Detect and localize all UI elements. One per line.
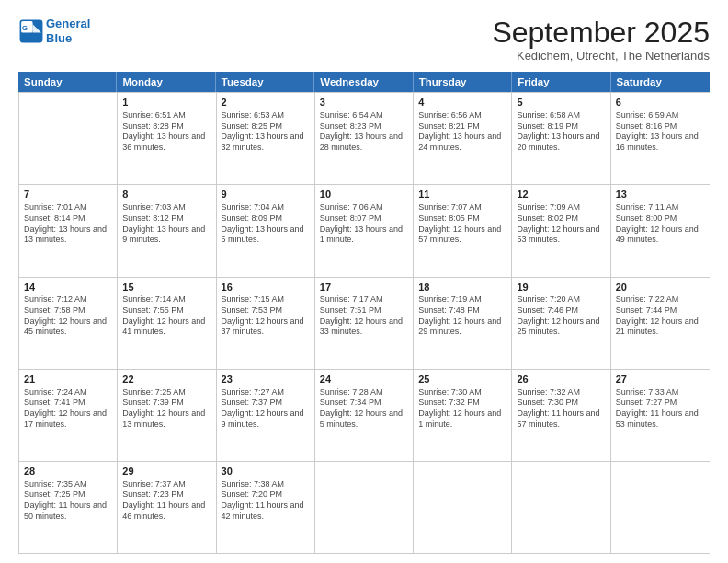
sunset-text: Sunset: 7:30 PM bbox=[517, 397, 605, 408]
cal-cell-1-1: 8 Sunrise: 7:03 AM Sunset: 8:12 PM Dayli… bbox=[118, 185, 216, 276]
cal-cell-4-3 bbox=[315, 462, 414, 553]
cal-cell-3-0: 21 Sunrise: 7:24 AM Sunset: 7:41 PM Dayl… bbox=[19, 370, 118, 461]
sunrise-text: Sunrise: 7:19 AM bbox=[418, 294, 506, 305]
cal-cell-2-3: 17 Sunrise: 7:17 AM Sunset: 7:51 PM Dayl… bbox=[315, 278, 414, 369]
sunset-text: Sunset: 7:23 PM bbox=[122, 489, 210, 500]
daylight-text: Daylight: 13 hours and 28 minutes. bbox=[320, 132, 408, 153]
sunset-text: Sunset: 8:23 PM bbox=[320, 121, 408, 132]
daylight-text: Daylight: 11 hours and 57 minutes. bbox=[517, 408, 605, 430]
cal-cell-4-6 bbox=[611, 462, 710, 553]
cal-cell-3-1: 22 Sunrise: 7:25 AM Sunset: 7:39 PM Dayl… bbox=[118, 370, 216, 461]
daylight-text: Daylight: 12 hours and 57 minutes. bbox=[418, 224, 506, 246]
day-number: 2 bbox=[222, 96, 310, 109]
week-row-5: 28 Sunrise: 7:35 AM Sunset: 7:25 PM Dayl… bbox=[19, 461, 710, 553]
sunset-text: Sunset: 8:21 PM bbox=[418, 121, 506, 132]
sunset-text: Sunset: 7:51 PM bbox=[320, 305, 408, 316]
day-number: 21 bbox=[24, 373, 112, 386]
cal-cell-2-1: 15 Sunrise: 7:14 AM Sunset: 7:55 PM Dayl… bbox=[118, 278, 216, 369]
daylight-text: Daylight: 12 hours and 41 minutes. bbox=[122, 316, 210, 338]
sunset-text: Sunset: 7:32 PM bbox=[418, 397, 506, 408]
sunrise-text: Sunrise: 7:37 AM bbox=[122, 479, 210, 490]
sunrise-text: Sunrise: 6:56 AM bbox=[418, 110, 506, 121]
cal-cell-1-3: 10 Sunrise: 7:06 AM Sunset: 8:07 PM Dayl… bbox=[315, 185, 414, 276]
weekday-sunday: Sunday bbox=[18, 72, 117, 92]
sunset-text: Sunset: 8:16 PM bbox=[616, 121, 705, 132]
day-number: 10 bbox=[320, 188, 408, 201]
sunset-text: Sunset: 7:41 PM bbox=[24, 397, 112, 408]
day-number: 14 bbox=[24, 281, 112, 294]
cal-cell-0-1: 1 Sunrise: 6:51 AM Sunset: 8:28 PM Dayli… bbox=[118, 93, 216, 184]
daylight-text: Daylight: 12 hours and 45 minutes. bbox=[24, 316, 112, 338]
week-row-3: 14 Sunrise: 7:12 AM Sunset: 7:58 PM Dayl… bbox=[19, 277, 710, 369]
daylight-text: Daylight: 11 hours and 46 minutes. bbox=[122, 500, 210, 522]
sunset-text: Sunset: 7:46 PM bbox=[517, 305, 605, 316]
sunrise-text: Sunrise: 7:32 AM bbox=[517, 387, 605, 398]
sunrise-text: Sunrise: 7:28 AM bbox=[320, 387, 408, 398]
header: G General Blue September 2025 Kedichem, … bbox=[18, 17, 710, 63]
sunrise-text: Sunrise: 7:01 AM bbox=[24, 202, 112, 213]
cal-cell-1-2: 9 Sunrise: 7:04 AM Sunset: 8:09 PM Dayli… bbox=[217, 185, 315, 276]
cal-cell-4-5 bbox=[512, 462, 610, 553]
weekday-saturday: Saturday bbox=[611, 72, 710, 92]
logo-icon: G bbox=[18, 18, 44, 44]
day-number: 16 bbox=[222, 281, 310, 294]
daylight-text: Daylight: 12 hours and 21 minutes. bbox=[616, 316, 705, 338]
day-number: 9 bbox=[222, 188, 310, 201]
sunrise-text: Sunrise: 7:11 AM bbox=[616, 202, 705, 213]
sunrise-text: Sunrise: 6:58 AM bbox=[517, 110, 605, 121]
sunset-text: Sunset: 8:19 PM bbox=[517, 121, 605, 132]
day-number: 3 bbox=[320, 96, 408, 109]
sunset-text: Sunset: 8:09 PM bbox=[222, 213, 310, 224]
daylight-text: Daylight: 12 hours and 25 minutes. bbox=[517, 316, 605, 338]
cal-cell-1-4: 11 Sunrise: 7:07 AM Sunset: 8:05 PM Dayl… bbox=[414, 185, 512, 276]
sunset-text: Sunset: 7:44 PM bbox=[616, 305, 705, 316]
sunset-text: Sunset: 7:37 PM bbox=[222, 397, 310, 408]
sunrise-text: Sunrise: 7:06 AM bbox=[320, 202, 408, 213]
weekday-friday: Friday bbox=[512, 72, 610, 92]
sunrise-text: Sunrise: 7:20 AM bbox=[517, 294, 605, 305]
cal-cell-4-4 bbox=[414, 462, 512, 553]
cal-cell-4-2: 30 Sunrise: 7:38 AM Sunset: 7:20 PM Dayl… bbox=[217, 462, 315, 553]
sunrise-text: Sunrise: 6:59 AM bbox=[616, 110, 705, 121]
sunset-text: Sunset: 8:14 PM bbox=[24, 213, 112, 224]
cal-cell-3-3: 24 Sunrise: 7:28 AM Sunset: 7:34 PM Dayl… bbox=[315, 370, 414, 461]
day-number: 13 bbox=[616, 188, 705, 201]
daylight-text: Daylight: 12 hours and 49 minutes. bbox=[616, 224, 705, 246]
day-number: 24 bbox=[320, 373, 408, 386]
cal-cell-2-5: 19 Sunrise: 7:20 AM Sunset: 7:46 PM Dayl… bbox=[512, 278, 610, 369]
daylight-text: Daylight: 12 hours and 1 minute. bbox=[418, 408, 506, 430]
day-number: 26 bbox=[517, 373, 605, 386]
sunrise-text: Sunrise: 7:25 AM bbox=[122, 387, 210, 398]
day-number: 18 bbox=[418, 281, 506, 294]
daylight-text: Daylight: 13 hours and 20 minutes. bbox=[517, 132, 605, 153]
cal-cell-3-5: 26 Sunrise: 7:32 AM Sunset: 7:30 PM Dayl… bbox=[512, 370, 610, 461]
day-number: 8 bbox=[122, 188, 210, 201]
day-number: 28 bbox=[24, 465, 112, 478]
day-number: 7 bbox=[24, 188, 112, 201]
sunrise-text: Sunrise: 7:03 AM bbox=[122, 202, 210, 213]
day-number: 5 bbox=[517, 96, 605, 109]
sunset-text: Sunset: 7:27 PM bbox=[616, 397, 705, 408]
sunrise-text: Sunrise: 7:17 AM bbox=[320, 294, 408, 305]
week-row-2: 7 Sunrise: 7:01 AM Sunset: 8:14 PM Dayli… bbox=[19, 184, 710, 276]
cal-cell-2-6: 20 Sunrise: 7:22 AM Sunset: 7:44 PM Dayl… bbox=[611, 278, 710, 369]
cal-cell-1-6: 13 Sunrise: 7:11 AM Sunset: 8:00 PM Dayl… bbox=[611, 185, 710, 276]
cal-cell-0-0 bbox=[19, 93, 118, 184]
sunrise-text: Sunrise: 7:24 AM bbox=[24, 387, 112, 398]
sunrise-text: Sunrise: 7:04 AM bbox=[222, 202, 310, 213]
calendar-header: Sunday Monday Tuesday Wednesday Thursday… bbox=[18, 72, 710, 92]
cal-cell-3-4: 25 Sunrise: 7:30 AM Sunset: 7:32 PM Dayl… bbox=[414, 370, 512, 461]
sunrise-text: Sunrise: 6:54 AM bbox=[320, 110, 408, 121]
daylight-text: Daylight: 13 hours and 1 minute. bbox=[320, 224, 408, 246]
day-number: 6 bbox=[616, 96, 705, 109]
cal-cell-0-3: 3 Sunrise: 6:54 AM Sunset: 8:23 PM Dayli… bbox=[315, 93, 414, 184]
cal-cell-2-0: 14 Sunrise: 7:12 AM Sunset: 7:58 PM Dayl… bbox=[19, 278, 118, 369]
sunset-text: Sunset: 7:58 PM bbox=[24, 305, 112, 316]
daylight-text: Daylight: 13 hours and 9 minutes. bbox=[122, 224, 210, 246]
day-number: 12 bbox=[517, 188, 605, 201]
day-number: 27 bbox=[616, 373, 705, 386]
logo-line2: Blue bbox=[46, 31, 72, 45]
day-number: 17 bbox=[320, 281, 408, 294]
sunrise-text: Sunrise: 7:09 AM bbox=[517, 202, 605, 213]
cal-cell-0-2: 2 Sunrise: 6:53 AM Sunset: 8:25 PM Dayli… bbox=[217, 93, 315, 184]
